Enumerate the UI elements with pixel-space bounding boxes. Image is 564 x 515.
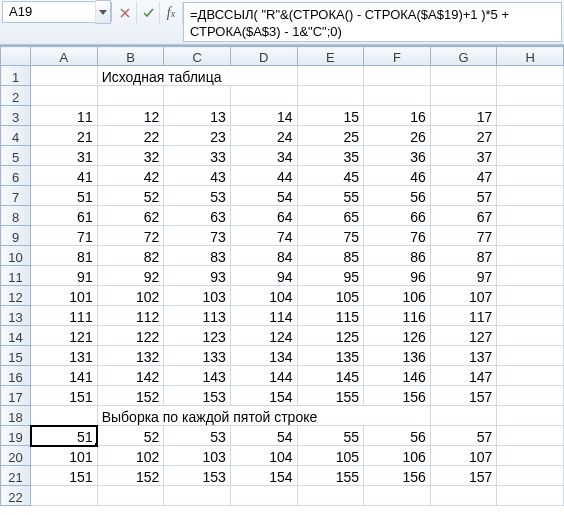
cell[interactable]	[497, 166, 564, 186]
cell[interactable]: 52	[97, 186, 164, 206]
cell[interactable]: 126	[364, 326, 431, 346]
cell[interactable]: 116	[364, 306, 431, 326]
cell[interactable]: 93	[164, 266, 231, 286]
row-header[interactable]: 17	[1, 386, 31, 406]
cell[interactable]: 32	[97, 146, 164, 166]
cell[interactable]: 75	[297, 226, 364, 246]
cell[interactable]	[497, 406, 564, 426]
cell[interactable]	[430, 86, 497, 106]
cell[interactable]	[497, 466, 564, 486]
col-header-D[interactable]: D	[230, 47, 297, 66]
cell[interactable]: 43	[164, 166, 231, 186]
row-header[interactable]: 1	[1, 66, 31, 86]
cell[interactable]: 96	[364, 266, 431, 286]
cell[interactable]: 143	[164, 366, 231, 386]
cell[interactable]: 15	[297, 106, 364, 126]
enter-button[interactable]	[137, 2, 160, 24]
cell[interactable]: 157	[430, 386, 497, 406]
cell[interactable]: 63	[164, 206, 231, 226]
cell[interactable]	[230, 486, 297, 506]
cell[interactable]	[31, 486, 98, 506]
cell[interactable]: 41	[31, 166, 98, 186]
cell[interactable]	[364, 486, 431, 506]
cell[interactable]: 73	[164, 226, 231, 246]
cell[interactable]: 14	[230, 106, 297, 126]
cell[interactable]: 24	[230, 126, 297, 146]
cell[interactable]: 46	[364, 166, 431, 186]
cell[interactable]: 66	[364, 206, 431, 226]
row-header[interactable]: 5	[1, 146, 31, 166]
cell[interactable]: 133	[164, 346, 231, 366]
cell[interactable]: 86	[364, 246, 431, 266]
row-header[interactable]: 15	[1, 346, 31, 366]
cell[interactable]: 26	[364, 126, 431, 146]
cell[interactable]	[364, 66, 431, 86]
cell[interactable]: 65	[297, 206, 364, 226]
cell[interactable]: 154	[230, 466, 297, 486]
cell[interactable]: 111	[31, 306, 98, 326]
cell[interactable]: 27	[430, 126, 497, 146]
cell[interactable]: 16	[364, 106, 431, 126]
cell[interactable]: 113	[164, 306, 231, 326]
cell[interactable]: 47	[430, 166, 497, 186]
cell[interactable]: 23	[164, 126, 231, 146]
cell[interactable]: 152	[97, 466, 164, 486]
cell[interactable]: 87	[430, 246, 497, 266]
cell[interactable]	[164, 486, 231, 506]
cell[interactable]: 155	[297, 386, 364, 406]
col-header-F[interactable]: F	[364, 47, 431, 66]
select-all-corner[interactable]	[1, 47, 31, 66]
cell[interactable]	[31, 86, 98, 106]
cell[interactable]: 11	[31, 106, 98, 126]
cell[interactable]: 124	[230, 326, 297, 346]
cell[interactable]: 56	[364, 186, 431, 206]
cell[interactable]: 102	[97, 446, 164, 466]
cell[interactable]: 106	[364, 446, 431, 466]
cell[interactable]: 64	[230, 206, 297, 226]
cell[interactable]	[31, 66, 98, 86]
cell[interactable]: Исходная таблица	[97, 66, 297, 86]
cell[interactable]: 142	[97, 366, 164, 386]
cell[interactable]: 85	[297, 246, 364, 266]
cell[interactable]: 51	[31, 186, 98, 206]
cell[interactable]: 37	[430, 146, 497, 166]
cell[interactable]: 34	[230, 146, 297, 166]
row-header[interactable]: 10	[1, 246, 31, 266]
cell[interactable]	[430, 66, 497, 86]
cell[interactable]	[497, 226, 564, 246]
row-header[interactable]: 20	[1, 446, 31, 466]
cell[interactable]	[497, 266, 564, 286]
cell[interactable]	[497, 186, 564, 206]
cell[interactable]: 53	[164, 426, 231, 446]
row-header[interactable]: 18	[1, 406, 31, 426]
cell[interactable]: 102	[97, 286, 164, 306]
cell[interactable]: Выборка по каждой пятой строке	[97, 406, 430, 426]
cell[interactable]: 153	[164, 466, 231, 486]
row-header[interactable]: 6	[1, 166, 31, 186]
cell[interactable]: 105	[297, 286, 364, 306]
cell[interactable]: 154	[230, 386, 297, 406]
name-box-dropdown[interactable]	[95, 0, 111, 24]
cell[interactable]: 57	[430, 426, 497, 446]
cell[interactable]: 57	[430, 186, 497, 206]
cell[interactable]: 132	[97, 346, 164, 366]
cell[interactable]: 62	[97, 206, 164, 226]
cell[interactable]: 117	[430, 306, 497, 326]
cell[interactable]	[497, 126, 564, 146]
row-header[interactable]: 14	[1, 326, 31, 346]
cell[interactable]: 134	[230, 346, 297, 366]
cell[interactable]: 136	[364, 346, 431, 366]
cell[interactable]: 105	[297, 446, 364, 466]
cell[interactable]: 44	[230, 166, 297, 186]
cell[interactable]: 17	[430, 106, 497, 126]
cell[interactable]	[31, 406, 98, 426]
cell[interactable]: 71	[31, 226, 98, 246]
cell[interactable]	[497, 286, 564, 306]
cell[interactable]	[497, 386, 564, 406]
cell[interactable]: 101	[31, 286, 98, 306]
col-header-H[interactable]: H	[497, 47, 564, 66]
cell[interactable]: 45	[297, 166, 364, 186]
cell[interactable]	[297, 86, 364, 106]
cell[interactable]	[497, 306, 564, 326]
cell[interactable]	[230, 86, 297, 106]
